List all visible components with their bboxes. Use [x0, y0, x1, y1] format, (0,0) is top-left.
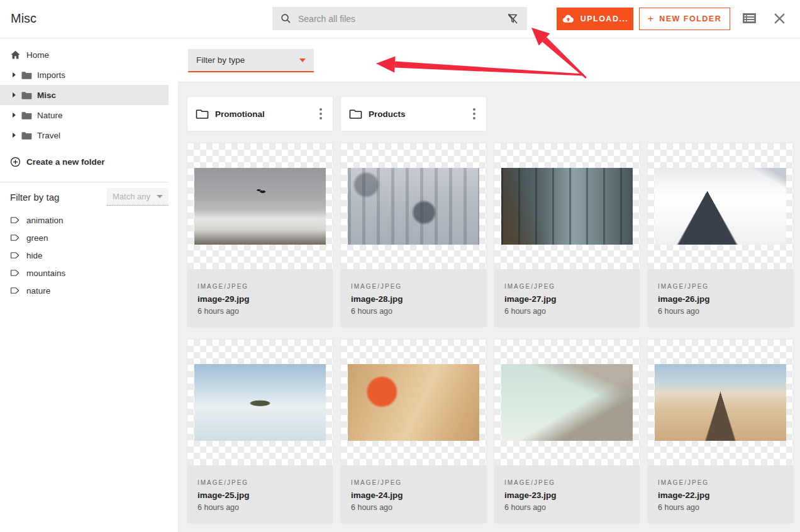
file-timestamp: 6 hours ago	[658, 503, 783, 512]
chevron-right-icon[interactable]	[13, 113, 16, 118]
file-name: image-24.jpg	[351, 490, 476, 500]
folder-card-name: Products	[369, 109, 464, 119]
sidebar-folder-item[interactable]: Travel	[0, 125, 169, 145]
main-panel: Filter by type Promotional Pr	[178, 38, 800, 532]
file-card[interactable]: IMAGE/JPEG image-25.jpg 6 hours ago	[187, 340, 333, 523]
file-card[interactable]: IMAGE/JPEG image-24.jpg 6 hours ago	[341, 340, 486, 523]
file-meta: IMAGE/JPEG image-22.jpg 6 hours ago	[648, 465, 793, 523]
file-mimetype: IMAGE/JPEG	[658, 283, 783, 290]
chevron-right-icon[interactable]	[13, 72, 16, 77]
file-meta: IMAGE/JPEG image-28.jpg 6 hours ago	[341, 269, 486, 327]
file-name: image-25.jpg	[197, 490, 323, 500]
file-timestamp: 6 hours ago	[197, 503, 323, 512]
file-thumbnail-image	[348, 364, 479, 441]
tag-item[interactable]: nature	[0, 282, 178, 299]
tag-item[interactable]: mountains	[0, 264, 178, 282]
match-any-dropdown[interactable]: Match any	[107, 188, 169, 206]
sidebar-folder-list: Imports Misc Nature	[0, 65, 178, 145]
folder-card[interactable]: Products	[341, 97, 486, 131]
plus-icon: +	[648, 13, 653, 25]
file-card[interactable]: IMAGE/JPEG image-29.jpg 6 hours ago	[187, 143, 333, 327]
file-card[interactable]: IMAGE/JPEG image-27.jpg 6 hours ago	[494, 143, 640, 327]
new-folder-button-label: NEW FOLDER	[659, 14, 721, 23]
folder-card-name: Promotional	[215, 109, 311, 119]
tag-icon	[10, 286, 20, 295]
file-thumbnail-background	[494, 340, 640, 465]
tag-item[interactable]: hide	[0, 247, 178, 264]
tag-label: hide	[26, 251, 43, 260]
file-meta: IMAGE/JPEG image-26.jpg 6 hours ago	[648, 269, 793, 327]
match-any-label: Match any	[113, 192, 150, 201]
chevron-right-icon[interactable]	[13, 92, 16, 97]
file-thumbnail-image	[655, 364, 786, 441]
file-timestamp: 6 hours ago	[504, 503, 630, 512]
tag-item[interactable]: green	[0, 229, 178, 247]
file-name: image-26.jpg	[658, 294, 783, 304]
filter-by-type-label: Filter by type	[196, 55, 245, 65]
header: Misc UPLOAD... + NEW FOLDER	[0, 0, 800, 38]
tag-icon	[10, 269, 20, 277]
file-timestamp: 6 hours ago	[658, 307, 783, 316]
filter-by-tag-title: Filter by tag	[10, 192, 59, 202]
file-mimetype: IMAGE/JPEG	[197, 479, 323, 486]
sidebar-folder-label: Nature	[37, 111, 63, 120]
file-thumbnail-image	[501, 168, 633, 245]
sidebar-item-home[interactable]: Home	[0, 45, 169, 65]
cloud-upload-icon	[562, 13, 575, 25]
folder-icon	[21, 91, 32, 100]
clear-filter-icon[interactable]	[506, 12, 519, 26]
file-thumbnail-image	[655, 168, 786, 245]
upload-button[interactable]: UPLOAD...	[557, 8, 633, 30]
tag-icon	[10, 216, 20, 224]
search-input[interactable]	[298, 14, 499, 24]
list-view-toggle-icon[interactable]	[742, 12, 757, 25]
sidebar-folder-item[interactable]: Nature	[0, 105, 169, 125]
sidebar-folder-item[interactable]: Misc	[0, 85, 169, 105]
file-thumbnail-image	[194, 168, 326, 245]
file-card[interactable]: IMAGE/JPEG image-22.jpg 6 hours ago	[648, 340, 793, 523]
chevron-right-icon[interactable]	[13, 133, 16, 138]
folder-menu-kebab-icon[interactable]	[470, 106, 478, 122]
create-new-folder-label: Create a new folder	[26, 157, 105, 167]
sidebar-home-label: Home	[26, 50, 49, 60]
tag-item[interactable]: animation	[0, 211, 178, 229]
tag-icon	[10, 233, 20, 242]
file-thumbnail-image	[194, 364, 326, 441]
new-folder-button[interactable]: + NEW FOLDER	[639, 8, 730, 30]
search-icon	[280, 13, 292, 25]
folder-outline-icon	[196, 108, 209, 119]
file-thumbnail-background	[187, 143, 333, 269]
file-card[interactable]: IMAGE/JPEG image-26.jpg 6 hours ago	[648, 143, 793, 327]
chevron-down-icon	[157, 195, 163, 198]
file-name: image-28.jpg	[351, 294, 476, 304]
file-card[interactable]: IMAGE/JPEG image-23.jpg 6 hours ago	[494, 340, 640, 523]
search-bar[interactable]	[272, 7, 527, 30]
filter-by-type-dropdown[interactable]: Filter by type	[188, 49, 314, 72]
tag-label: mountains	[26, 269, 65, 278]
file-mimetype: IMAGE/JPEG	[197, 283, 323, 290]
file-mimetype: IMAGE/JPEG	[351, 479, 476, 486]
create-new-folder-button[interactable]: Create a new folder	[0, 150, 169, 173]
file-card[interactable]: IMAGE/JPEG image-28.jpg 6 hours ago	[341, 143, 486, 327]
file-timestamp: 6 hours ago	[197, 307, 323, 316]
file-meta: IMAGE/JPEG image-25.jpg 6 hours ago	[187, 465, 333, 523]
page-title: Misc	[11, 11, 36, 26]
close-icon[interactable]	[773, 12, 786, 25]
file-meta: IMAGE/JPEG image-24.jpg 6 hours ago	[341, 465, 486, 523]
file-thumbnail-background	[341, 143, 486, 269]
file-timestamp: 6 hours ago	[351, 307, 476, 316]
sidebar-folder-label: Misc	[37, 91, 56, 100]
file-name: image-29.jpg	[197, 294, 323, 304]
file-thumbnail-background	[648, 143, 793, 269]
folder-outline-icon	[349, 108, 362, 119]
sidebar-folder-item[interactable]: Imports	[0, 65, 169, 85]
upload-button-label: UPLOAD...	[581, 14, 629, 23]
folder-card[interactable]: Promotional	[187, 97, 333, 131]
folder-menu-kebab-icon[interactable]	[317, 106, 325, 122]
folder-cards-row: Promotional Products	[187, 97, 800, 131]
tag-icon	[10, 251, 20, 260]
file-mimetype: IMAGE/JPEG	[504, 479, 630, 486]
sidebar-folder-label: Travel	[37, 131, 60, 140]
file-timestamp: 6 hours ago	[351, 503, 476, 512]
home-icon	[10, 50, 21, 60]
